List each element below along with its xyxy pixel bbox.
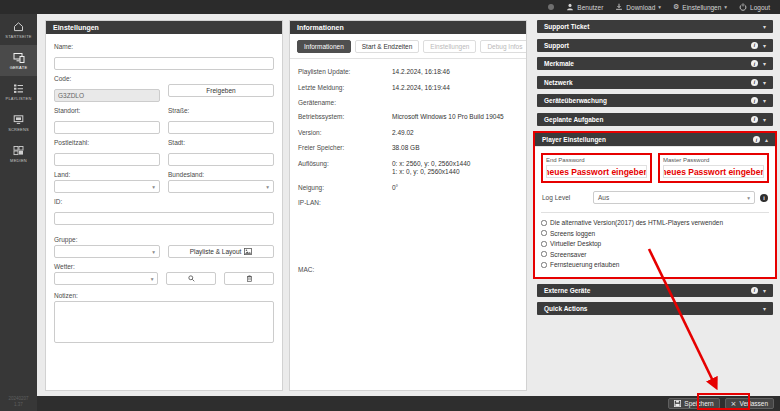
- checkbox-label: Screensaver: [550, 251, 587, 258]
- zip-input[interactable]: [54, 153, 160, 166]
- checkbox-fernsteuerung[interactable]: Fernsteuerung erlauben: [541, 261, 769, 268]
- tab-einstellungen[interactable]: Einstellungen: [423, 40, 476, 53]
- topbar-settings-menu[interactable]: ⚙ Einstellungen ▾: [673, 3, 727, 11]
- accordion-label: Quick Actions: [544, 305, 587, 312]
- playlist-layout-button[interactable]: Playliste & Layout: [168, 245, 274, 258]
- sidebar-item-startseite[interactable]: STARTSEITE: [0, 14, 37, 45]
- checkbox-input[interactable]: [541, 251, 547, 257]
- end-password-annotation-box: End Password neues Passwort eingeben: [541, 153, 652, 183]
- info-row-device-name: Gerätename:: [298, 99, 518, 106]
- info-icon[interactable]: i: [751, 287, 758, 294]
- city-label: Stadt:: [168, 139, 274, 146]
- weather-delete-button[interactable]: [224, 272, 274, 285]
- accordion-label: Externe Geräte: [544, 287, 590, 294]
- weather-search-button[interactable]: [166, 272, 216, 285]
- sidebar-item-geraete[interactable]: GERÄTE: [0, 45, 37, 76]
- notes-label: Notizen:: [54, 292, 274, 299]
- location-input[interactable]: [54, 121, 160, 134]
- tab-informationen[interactable]: Informationen: [297, 40, 351, 53]
- playlist-layout-label: Playliste & Layout: [190, 248, 242, 255]
- accordion-externe-geraete[interactable]: Externe Geräte i ▾: [537, 284, 773, 297]
- notes-textarea[interactable]: [54, 301, 274, 343]
- accordion-merkmale[interactable]: Merkmale i ▾: [537, 57, 773, 70]
- topbar-logout-button[interactable]: Logout: [739, 3, 770, 11]
- info-row-mac: MAC:: [298, 266, 518, 273]
- checkbox-virtueller-desktop[interactable]: Virtueller Desktop: [541, 240, 769, 247]
- sidebar-item-screens[interactable]: SCREENS: [0, 107, 37, 138]
- accordion-player-einstellungen[interactable]: Player Einstellungen i ▴: [535, 133, 775, 146]
- search-icon: [188, 275, 195, 282]
- checkbox-input[interactable]: [541, 220, 547, 226]
- accordion-label: Geräteüberwachung: [544, 97, 607, 104]
- location-label: Standort:: [54, 107, 160, 114]
- info-icon[interactable]: i: [751, 60, 758, 67]
- sidebar-item-playlisten[interactable]: PLAYLISTEN: [0, 76, 37, 107]
- save-button[interactable]: Speichern: [668, 398, 719, 409]
- country-select[interactable]: ▾: [54, 180, 160, 193]
- accordion-column: Support Ticket ▾ Support i ▾ Merkmale i …: [537, 20, 773, 321]
- checkbox-screens-loggen[interactable]: Screens loggen: [541, 230, 769, 237]
- checkbox-input[interactable]: [541, 230, 547, 236]
- group-label: Gruppe:: [54, 236, 160, 243]
- info-icon[interactable]: i: [751, 42, 758, 49]
- checkbox-screensaver[interactable]: Screensaver: [541, 251, 769, 258]
- name-input[interactable]: [54, 57, 274, 70]
- master-password-input[interactable]: neues Passwort eingeben: [663, 165, 764, 178]
- sidebar-item-medien[interactable]: MEDIEN: [0, 138, 37, 169]
- accordion-support[interactable]: Support i ▾: [537, 39, 773, 52]
- accordion-label: Support Ticket: [544, 23, 589, 30]
- chevron-down-icon: ▾: [151, 276, 154, 282]
- log-level-value: Aus: [598, 194, 609, 201]
- divider: [541, 212, 769, 213]
- weather-spacer: [166, 263, 216, 270]
- info-icon[interactable]: i: [751, 97, 758, 104]
- weather-select[interactable]: ▾: [54, 272, 158, 285]
- settings-panel-title: Einstellungen: [46, 21, 282, 34]
- info-icon[interactable]: i: [751, 116, 758, 123]
- log-level-select[interactable]: Aus ▾: [593, 191, 755, 204]
- city-input[interactable]: [168, 153, 274, 166]
- leave-label: Verlassen: [739, 400, 768, 407]
- status-circle-icon[interactable]: [548, 4, 554, 10]
- state-select[interactable]: ▾: [168, 180, 274, 193]
- release-button[interactable]: Freigeben: [168, 84, 274, 97]
- info-label: MAC:: [298, 266, 392, 273]
- info-icon[interactable]: i: [760, 194, 768, 202]
- player-settings-body: End Password neues Passwort eingeben Mas…: [535, 146, 775, 277]
- accordion-geraeteueberwachung[interactable]: Geräteüberwachung i ▾: [537, 94, 773, 107]
- sidebar-item-label: GERÄTE: [10, 65, 28, 70]
- topbar-download-menu[interactable]: Download ▾: [615, 3, 661, 11]
- chevron-down-icon: ▾: [763, 79, 766, 86]
- tab-start-endzeiten[interactable]: Start & Endzeiten: [355, 40, 420, 53]
- chevron-down-icon: ▾: [763, 97, 766, 104]
- log-level-label: Log Level: [542, 194, 588, 201]
- version-number: 1.37: [0, 402, 37, 408]
- topbar-settings-label: Einstellungen: [682, 4, 721, 11]
- accordion-label: Support: [544, 42, 569, 49]
- tab-debug-infos[interactable]: Debug Infos: [480, 40, 527, 53]
- end-password-input[interactable]: neues Passwort eingeben: [546, 165, 647, 178]
- checkbox-input[interactable]: [541, 262, 547, 268]
- checkbox-label: Die alternative Version(2017) des HTML-P…: [550, 219, 723, 226]
- info-label: Playlisten Update:: [298, 68, 392, 77]
- checkbox-alternative-version[interactable]: Die alternative Version(2017) des HTML-P…: [541, 219, 769, 226]
- topbar-user-menu[interactable]: Benutzer: [566, 3, 603, 11]
- checkbox-input[interactable]: [541, 241, 547, 247]
- accordion-geplante-aufgaben[interactable]: Geplante Aufgaben i ▾: [537, 113, 773, 126]
- info-icon[interactable]: i: [751, 79, 758, 86]
- accordion-quick-actions[interactable]: Quick Actions ▾: [537, 302, 773, 315]
- top-bar: Benutzer Download ▾ ⚙ Einstellungen ▾ Lo…: [0, 0, 780, 14]
- group-select[interactable]: ▾: [54, 245, 160, 258]
- accordion-netzwerk[interactable]: Netzwerk i ▾: [537, 76, 773, 89]
- weather-label: Wetter:: [54, 263, 158, 270]
- id-input[interactable]: [54, 212, 274, 225]
- master-password-label: Master Password: [663, 157, 764, 163]
- info-label: Letzte Meldung:: [298, 84, 392, 93]
- accordion-support-ticket[interactable]: Support Ticket ▾: [537, 20, 773, 33]
- street-input[interactable]: [168, 121, 274, 134]
- leave-button[interactable]: × Verlassen: [725, 398, 774, 409]
- accordion-label: Merkmale: [544, 60, 574, 67]
- group-spacer: [168, 236, 274, 243]
- info-icon[interactable]: i: [753, 136, 760, 143]
- sidebar-item-label: SCREENS: [8, 127, 29, 132]
